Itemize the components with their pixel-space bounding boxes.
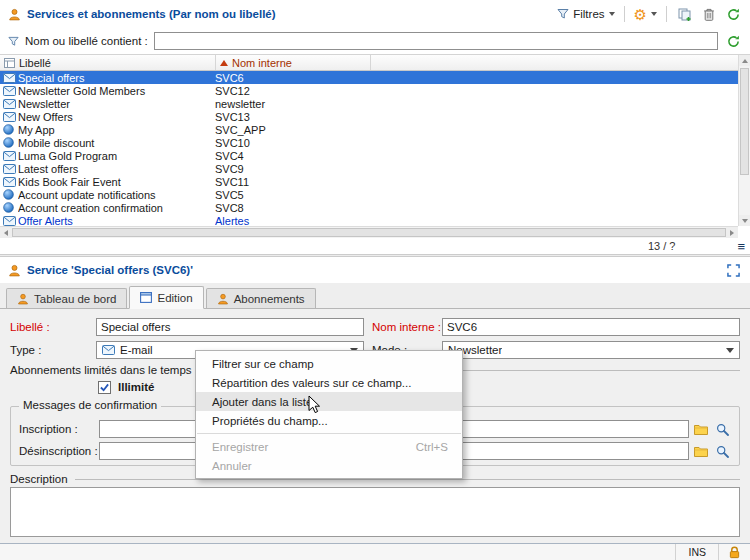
menu-shortcut: Ctrl+S: [416, 441, 448, 453]
tab-tableau-de-bord[interactable]: Tableau de bord: [6, 288, 127, 308]
folder-icon[interactable]: [692, 420, 710, 438]
service-label: Kids Book Fair Event: [18, 176, 215, 188]
menu-item-label: Enregistrer: [212, 441, 268, 453]
lock-icon[interactable]: [718, 544, 750, 560]
app-icon: [3, 137, 18, 148]
record-count: 13 / ?: [648, 240, 676, 252]
list-item[interactable]: Latest offersSVC9: [0, 162, 738, 175]
settings-button[interactable]: ⚙: [634, 7, 657, 22]
libelle-input[interactable]: [96, 318, 364, 336]
menu-item-proprietes-du-champ[interactable]: Propriétés du champ...: [196, 411, 462, 430]
vertical-scrollbar[interactable]: [738, 55, 750, 226]
service-internal-name: SVC8: [215, 202, 738, 214]
scroll-left-button[interactable]: [0, 227, 12, 238]
magnifier-icon[interactable]: [713, 420, 731, 438]
column-header-libelle[interactable]: Libellé: [0, 55, 215, 70]
scroll-right-button[interactable]: [726, 227, 738, 238]
delete-button[interactable]: [700, 5, 718, 23]
email-icon: [3, 164, 18, 174]
service-person-icon: [8, 264, 21, 277]
description-textarea[interactable]: [10, 487, 740, 537]
filter-input[interactable]: [154, 32, 718, 50]
scrollbar-track[interactable]: [739, 66, 750, 215]
service-internal-name: Alertes: [215, 215, 738, 227]
list-item[interactable]: Kids Book Fair EventSVC11: [0, 175, 738, 188]
email-icon: [3, 151, 18, 161]
email-icon: [3, 99, 18, 109]
scrollbar-thumb[interactable]: [740, 68, 749, 175]
menu-item-repartition-des-valeurs-sur-ce-champ[interactable]: Répartition des valeurs sur ce champ...: [196, 373, 462, 392]
service-label: Newsletter Gold Members: [18, 85, 215, 97]
grid-icon: [4, 58, 15, 68]
list-item[interactable]: Luma Gold ProgramSVC4: [0, 149, 738, 162]
service-label: Latest offers: [18, 163, 215, 175]
service-internal-name: SVC10: [215, 137, 738, 149]
service-internal-name: SVC4: [215, 150, 738, 162]
menu-separator: [197, 433, 461, 434]
chevron-down-icon: [726, 348, 734, 353]
mode-dropdown[interactable]: Newsletter: [442, 341, 740, 359]
tab-label: Tableau de bord: [34, 293, 116, 305]
list-item[interactable]: Mobile discountSVC10: [0, 136, 738, 149]
tab-abonnements[interactable]: Abonnements: [206, 288, 316, 308]
list-item[interactable]: Account update notificationsSVC5: [0, 188, 738, 201]
column-header-nom-interne[interactable]: Nom interne: [215, 55, 370, 70]
menu-item-label: Propriétés du champ...: [212, 415, 328, 427]
service-internal-name: newsletter: [215, 98, 738, 110]
service-label: My App: [18, 124, 215, 136]
refresh-icon[interactable]: [724, 32, 742, 50]
duplicate-button[interactable]: [676, 5, 694, 23]
service-internal-name: SVC_APP: [215, 124, 738, 136]
email-icon: [3, 112, 18, 122]
service-internal-name: SVC12: [215, 85, 738, 97]
sort-ascending-icon: [220, 60, 228, 66]
email-icon: [102, 345, 115, 355]
inscription-label: Inscription :: [19, 423, 99, 435]
menu-item-filtrer-sur-ce-champ[interactable]: Filtrer sur ce champ: [196, 354, 462, 373]
list-title-bar: Services et abonnements (Par nom ou libe…: [0, 0, 750, 28]
email-icon: [3, 86, 18, 96]
service-internal-name: SVC9: [215, 163, 738, 175]
list-item[interactable]: Newsletternewsletter: [0, 97, 738, 110]
type-value: E-mail: [120, 344, 153, 356]
service-person-icon: [8, 8, 21, 21]
nom-interne-input[interactable]: [442, 318, 740, 336]
magnifier-icon[interactable]: [713, 442, 731, 460]
column-label: Libellé: [19, 57, 51, 69]
email-icon: [3, 177, 18, 187]
menu-item-ajouter-dans-la-liste[interactable]: Ajouter dans la liste: [196, 392, 462, 411]
menu-item-enregistrer: EnregistrerCtrl+S: [196, 437, 462, 456]
horizontal-scrollbar[interactable]: [0, 226, 738, 238]
menu-item-annuler: Annuler: [196, 456, 462, 475]
service-label: Account creation confirmation: [18, 202, 215, 214]
service-label: New Offers: [18, 111, 215, 123]
tab-edition[interactable]: Edition: [129, 286, 203, 309]
refresh-button[interactable]: [724, 5, 742, 23]
expand-icon[interactable]: [724, 261, 742, 279]
unlimited-checkbox[interactable]: [98, 381, 111, 394]
status-message-area: [0, 544, 675, 560]
detail-title-bar: Service 'Special offers (SVC6)': [0, 257, 750, 283]
service-label: Offer Alerts: [18, 215, 215, 227]
list-menu-icon[interactable]: ≡: [737, 240, 745, 253]
scroll-up-button[interactable]: [739, 55, 750, 66]
libelle-label: Libellé :: [10, 321, 96, 333]
status-bar: INS: [0, 543, 750, 560]
service-internal-name: SVC5: [215, 189, 738, 201]
scrollbar-thumb[interactable]: [12, 228, 726, 237]
menu-item-label: Annuler: [212, 460, 252, 472]
funnel-icon: [557, 8, 569, 20]
person-icon: [17, 293, 29, 305]
list-item[interactable]: Special offersSVC6: [0, 71, 738, 84]
quick-filter-bar: Nom ou libellé contient :: [0, 28, 750, 54]
folder-icon[interactable]: [692, 442, 710, 460]
list-item[interactable]: Newsletter Gold MembersSVC12: [0, 84, 738, 97]
tab-bar: Tableau de bord Edition Abonnements: [0, 283, 750, 309]
filters-button[interactable]: Filtres: [557, 8, 614, 20]
list-item[interactable]: Account creation confirmationSVC8: [0, 201, 738, 214]
app-icon: [3, 202, 18, 213]
list-item[interactable]: My AppSVC_APP: [0, 123, 738, 136]
scroll-down-button[interactable]: [739, 215, 750, 226]
toolbar-separator: [666, 6, 667, 22]
list-item[interactable]: New OffersSVC13: [0, 110, 738, 123]
